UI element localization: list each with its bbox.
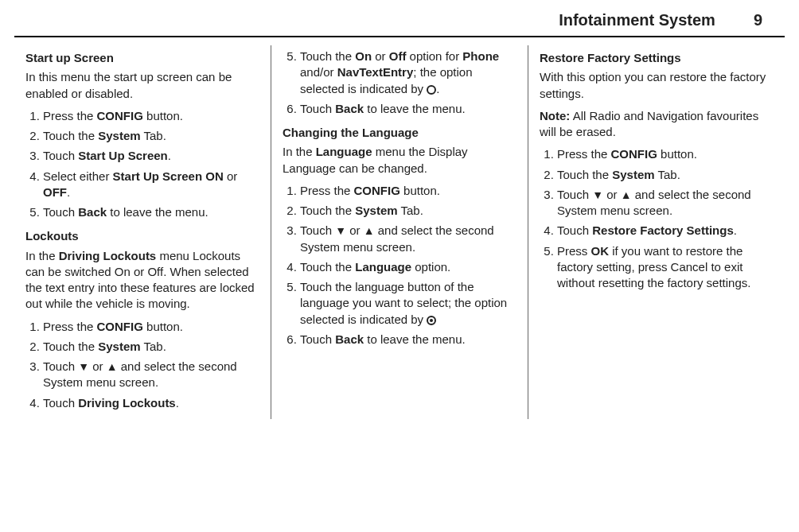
page-number: 9 (754, 10, 762, 31)
list-item: Touch the System Tab. (557, 167, 774, 183)
restore-heading: Restore Factory Settings (540, 50, 774, 66)
list-item: Touch the System Tab. (43, 128, 259, 144)
list-item: Press the CONFIG button. (43, 108, 259, 124)
list-item: Select either Start Up Screen ON or OFF. (43, 169, 259, 201)
list-item: Touch the System Tab. (43, 339, 259, 355)
list-item: Touch Back to leave the menu. (300, 101, 516, 117)
startup-intro: In this menu the start up screen can be … (25, 69, 259, 102)
lockouts-steps: Press the CONFIG button.Touch the System… (25, 319, 259, 411)
column-3: Restore Factory Settings With this optio… (528, 45, 785, 419)
page-header: Infotainment System 9 (14, 0, 785, 37)
list-item: Touch the On or Off option for Phone and… (300, 49, 516, 97)
restore-steps: Press the CONFIG button.Touch the System… (540, 146, 774, 291)
lockouts-intro: In the Driving Lockouts menu Lockouts ca… (25, 248, 259, 313)
list-item: Touch the language button of the languag… (300, 279, 516, 328)
list-item: Touch Back to leave the menu. (300, 332, 516, 348)
list-item: Touch the Language option. (300, 259, 516, 275)
startup-heading: Start up Screen (25, 50, 259, 66)
list-item: Press OK if you want to restore the fact… (557, 243, 774, 292)
language-heading: Changing the Language (283, 125, 516, 141)
restore-note: Note: All Radio and Navigation favourite… (540, 108, 774, 141)
columns: Start up Screen In this menu the start u… (0, 45, 799, 419)
header-title: Infotainment System (559, 10, 715, 31)
column-2: Touch the On or Off option for Phone and… (271, 45, 528, 419)
list-item: Touch Driving Lockouts. (43, 395, 259, 411)
list-item: Touch Back to leave the menu. (43, 204, 259, 220)
column-1: Start up Screen In this menu the start u… (14, 45, 271, 419)
list-item: Touch ▼ or ▲ and select the second Syste… (300, 223, 516, 255)
restore-intro: With this option you can restore the fac… (540, 69, 774, 102)
list-item: Press the CONFIG button. (43, 319, 259, 335)
list-item: Touch Start Up Screen. (43, 148, 259, 164)
list-item: Touch ▼ or ▲ and select the second Syste… (43, 359, 259, 391)
lockouts-heading: Lockouts (25, 228, 259, 244)
list-item: Press the CONFIG button. (300, 183, 516, 199)
list-item: Touch ▼ or ▲ and select the second Syste… (557, 187, 774, 219)
list-item: Press the CONFIG button. (557, 146, 774, 162)
startup-steps: Press the CONFIG button.Touch the System… (25, 108, 259, 221)
list-item: Touch Restore Factory Settings. (557, 223, 774, 239)
list-item: Touch the System Tab. (300, 203, 516, 219)
language-steps: Press the CONFIG button.Touch the System… (283, 183, 516, 348)
language-intro: In the Language menu the Display Languag… (283, 144, 516, 177)
lockouts-steps-cont: Touch the On or Off option for Phone and… (283, 49, 516, 117)
